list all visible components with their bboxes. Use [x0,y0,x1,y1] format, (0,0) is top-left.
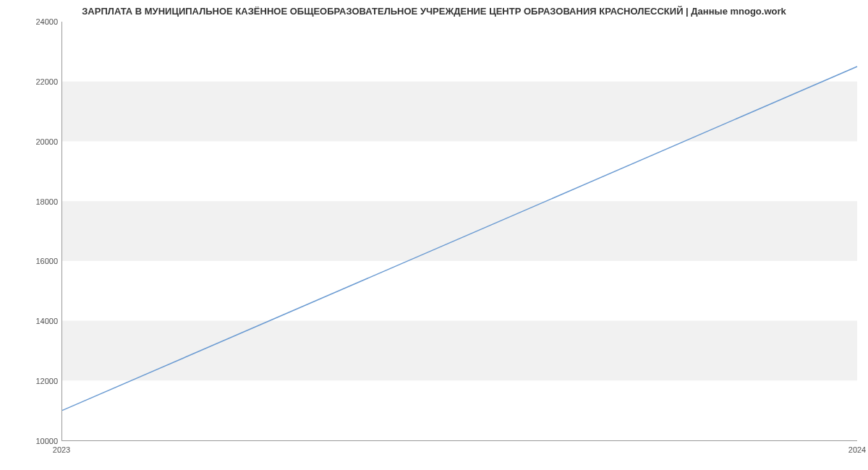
x-tick-label: 2023 [53,445,70,454]
chart-line-layer [62,22,857,440]
grid-band [62,321,857,381]
grid-band [62,201,857,261]
y-tick-label: 18000 [14,197,58,206]
plot-area [61,22,857,441]
chart-container: ЗАРПЛАТА В МУНИЦИПАЛЬНОЕ КАЗЁННОЕ ОБЩЕОБ… [0,0,868,470]
chart-title: ЗАРПЛАТА В МУНИЦИПАЛЬНОЕ КАЗЁННОЕ ОБЩЕОБ… [0,6,868,17]
y-tick-label: 24000 [14,17,58,26]
y-tick-label: 22000 [14,77,58,86]
grid-band [62,82,857,142]
y-tick-label: 16000 [14,257,58,265]
y-tick-label: 10000 [14,437,58,445]
y-tick-label: 14000 [14,317,58,325]
x-tick-label: 2024 [848,445,866,454]
y-tick-label: 20000 [14,137,58,146]
y-tick-label: 12000 [14,377,58,385]
